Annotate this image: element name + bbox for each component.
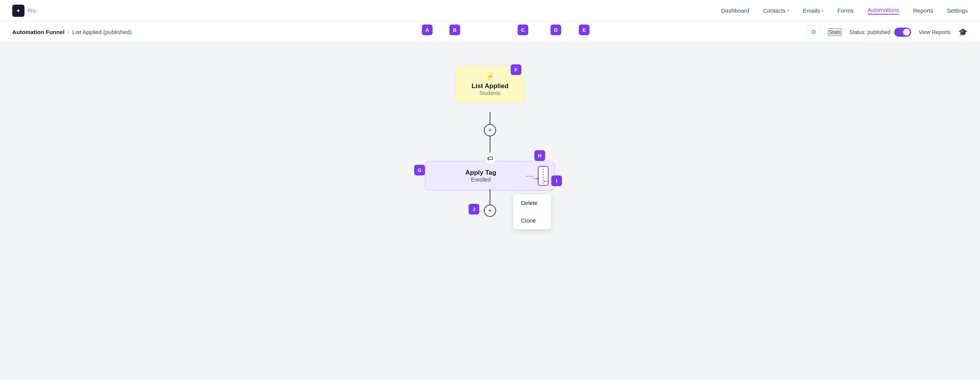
nav-settings[interactable]: Settings: [947, 7, 968, 14]
subheader: Automation Funnel / List Applied (publis…: [0, 21, 980, 43]
subheader-actions: ⚙ Stats Status: published View Reports 🎓: [807, 25, 968, 39]
label-A: A: [422, 25, 433, 35]
navbar: ✦ Pro Dashboard Contacts ▾ Emails ▾ Form…: [0, 0, 980, 21]
breadcrumb-current: List Applied (published): [72, 29, 132, 35]
add-step-button-1[interactable]: +: [484, 124, 496, 136]
nav-automations[interactable]: Automations: [867, 7, 899, 15]
nav-emails[interactable]: Emails ▾: [803, 7, 823, 14]
logo[interactable]: ✦ Pro: [12, 5, 36, 17]
contacts-chevron: ▾: [787, 8, 789, 13]
context-menu-delete[interactable]: Delete: [513, 194, 551, 212]
breadcrumb: Automation Funnel / List Applied (publis…: [12, 29, 132, 35]
action-title: Apply Tag: [438, 169, 524, 177]
emails-chevron: ▾: [822, 8, 823, 13]
arrow-H: →: [531, 172, 541, 184]
status-label: Status: published: [849, 29, 890, 35]
settings-button[interactable]: ⚙: [807, 25, 820, 39]
label-I: I: [551, 175, 562, 186]
cap-icon: 🎓: [958, 28, 968, 37]
add-step-button-2[interactable]: +: [484, 205, 496, 217]
label-B: B: [449, 25, 460, 35]
label-H: H: [534, 150, 545, 161]
label-D: D: [550, 25, 561, 35]
nav-reports[interactable]: Reports: [913, 7, 933, 14]
logo-icon: ✦: [12, 5, 24, 17]
breadcrumb-home[interactable]: Automation Funnel: [12, 29, 65, 35]
stats-button[interactable]: Stats: [828, 28, 842, 36]
trigger-subtitle: Students: [468, 90, 512, 96]
nav-links: Dashboard Contacts ▾ Emails ▾ Forms Auto…: [59, 7, 968, 15]
arrow-I: ←: [542, 176, 550, 186]
label-G: G: [414, 165, 425, 175]
label-F: F: [511, 64, 521, 75]
canvas: F ⚡ List Applied Students + 🏷 G Apply Ta…: [0, 43, 980, 380]
status-group: Status: published: [849, 28, 911, 37]
context-menu-clone[interactable]: Clone: [513, 212, 551, 229]
trigger-title: List Applied: [468, 82, 512, 90]
action-subtitle: Enrolled: [438, 177, 524, 183]
action-node-icon: 🏷: [484, 152, 496, 165]
nav-dashboard[interactable]: Dashboard: [721, 7, 749, 14]
trigger-icon: ⚡: [468, 72, 512, 81]
label-E: E: [579, 25, 590, 35]
nav-forms[interactable]: Forms: [837, 7, 854, 14]
context-menu: Delete Clone: [513, 194, 551, 229]
breadcrumb-separator: /: [68, 29, 69, 35]
nav-contacts[interactable]: Contacts ▾: [763, 7, 789, 14]
status-toggle[interactable]: [894, 28, 911, 37]
label-C: C: [518, 25, 528, 35]
label-J: J: [469, 204, 479, 215]
view-reports-button[interactable]: View Reports: [919, 29, 951, 35]
logo-text: Pro: [28, 8, 36, 14]
